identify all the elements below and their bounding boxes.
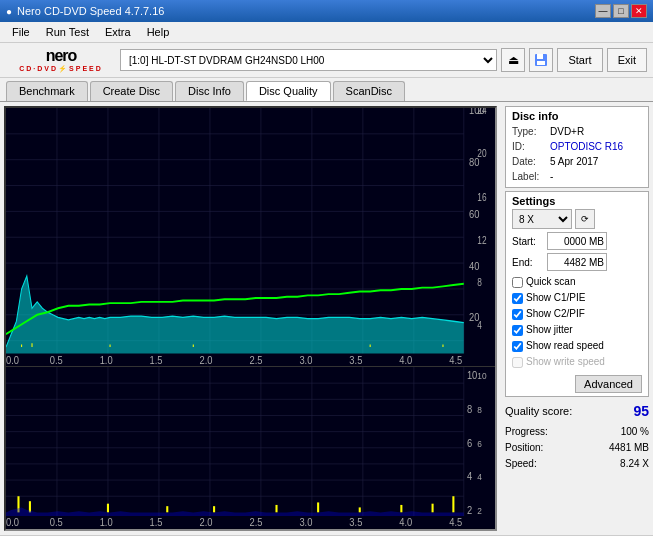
- end-mb-input[interactable]: [547, 253, 607, 271]
- nero-brand-text: nero: [46, 47, 77, 65]
- svg-text:1.5: 1.5: [150, 353, 163, 366]
- refresh-icon-button[interactable]: ⟳: [575, 209, 595, 229]
- progress-section: Progress: 100 % Position: 4481 MB Speed:…: [505, 424, 649, 472]
- svg-text:10: 10: [467, 370, 478, 382]
- bottom-chart-svg: 10 8 6 4 2 10 8 6 4 2 0.0 0.5 1.0 1.5 2.…: [6, 367, 495, 529]
- tab-scan-disc[interactable]: ScanDisc: [333, 81, 405, 101]
- eject-button[interactable]: ⏏: [501, 48, 525, 72]
- disc-type-row: Type: DVD+R: [512, 124, 642, 139]
- start-mb-input[interactable]: 0000 MB: [547, 232, 607, 250]
- svg-text:8: 8: [467, 404, 472, 416]
- show-c1-pie-label: Show C1/PIE: [526, 290, 585, 306]
- disc-date-row: Date: 5 Apr 2017: [512, 154, 642, 169]
- svg-text:2.5: 2.5: [249, 353, 262, 366]
- svg-text:6: 6: [467, 437, 472, 449]
- svg-text:0.0: 0.0: [6, 517, 19, 529]
- window-title: Nero CD-DVD Speed 4.7.7.16: [17, 5, 164, 17]
- show-write-speed-checkbox: [512, 357, 523, 368]
- close-button[interactable]: ✕: [631, 4, 647, 18]
- show-read-speed-label: Show read speed: [526, 338, 604, 354]
- svg-text:3.0: 3.0: [299, 517, 312, 529]
- speed-row: 8 X 4 X 2 X MAX ⟳: [512, 209, 642, 229]
- svg-text:40: 40: [469, 259, 480, 272]
- svg-text:24: 24: [477, 108, 486, 117]
- svg-text:0.5: 0.5: [50, 517, 63, 529]
- svg-text:2.5: 2.5: [249, 517, 262, 529]
- quick-scan-checkbox-row: Quick scan: [512, 274, 642, 290]
- svg-text:2.0: 2.0: [200, 353, 213, 366]
- progress-row: Progress: 100 %: [505, 424, 649, 440]
- nero-sub-text: CD·DVD⚡SPEED: [19, 65, 103, 73]
- show-jitter-label: Show jitter: [526, 322, 573, 338]
- settings-section: Settings 8 X 4 X 2 X MAX ⟳ Start: 0000 M…: [505, 191, 649, 397]
- svg-text:6: 6: [477, 438, 482, 449]
- speed-row-prog: Speed: 8.24 X: [505, 456, 649, 472]
- svg-text:2: 2: [467, 504, 472, 516]
- svg-rect-1: [537, 54, 543, 59]
- advanced-button[interactable]: Advanced: [575, 375, 642, 393]
- show-read-speed-checkbox[interactable]: [512, 341, 523, 352]
- position-value: 4481 MB: [609, 440, 649, 456]
- disc-label-row: Label: -: [512, 169, 642, 184]
- maximize-button[interactable]: □: [613, 4, 629, 18]
- menu-help[interactable]: Help: [139, 24, 178, 40]
- exit-button[interactable]: Exit: [607, 48, 647, 72]
- title-bar-left: ● Nero CD-DVD Speed 4.7.7.16: [6, 5, 164, 17]
- svg-text:0.5: 0.5: [50, 353, 63, 366]
- svg-text:4.5: 4.5: [449, 517, 462, 529]
- speed-value: 8.24 X: [620, 456, 649, 472]
- save-button[interactable]: [529, 48, 553, 72]
- toolbar: nero CD·DVD⚡SPEED [1:0] HL-DT-ST DVDRAM …: [0, 43, 653, 78]
- svg-text:1.5: 1.5: [150, 517, 163, 529]
- svg-text:4: 4: [467, 471, 472, 483]
- tabs-bar: Benchmark Create Disc Disc Info Disc Qua…: [0, 78, 653, 102]
- svg-text:3.5: 3.5: [349, 517, 362, 529]
- position-label: Position:: [505, 440, 543, 456]
- main-area: 100 80 60 40 20 24 20 16 12 8 4 0.0 0.5 …: [0, 102, 653, 535]
- menu-extra[interactable]: Extra: [97, 24, 139, 40]
- svg-text:1.0: 1.0: [100, 517, 113, 529]
- show-c2-pif-label: Show C2/PIF: [526, 306, 585, 322]
- svg-text:12: 12: [477, 235, 486, 246]
- show-jitter-checkbox[interactable]: [512, 325, 523, 336]
- svg-text:2.0: 2.0: [200, 517, 213, 529]
- disc-info-section: Disc info Type: DVD+R ID: OPTODISC R16 D…: [505, 106, 649, 188]
- show-c1-pie-checkbox[interactable]: [512, 293, 523, 304]
- quick-scan-checkbox[interactable]: [512, 277, 523, 288]
- svg-text:8: 8: [477, 405, 482, 416]
- svg-text:4.5: 4.5: [449, 353, 462, 366]
- show-jitter-checkbox-row: Show jitter: [512, 322, 642, 338]
- title-bar-controls: — □ ✕: [595, 4, 647, 18]
- svg-text:2: 2: [477, 505, 482, 516]
- svg-text:0.0: 0.0: [6, 353, 19, 366]
- svg-text:3.5: 3.5: [349, 353, 362, 366]
- chart-area: 100 80 60 40 20 24 20 16 12 8 4 0.0 0.5 …: [4, 106, 497, 531]
- start-button[interactable]: Start: [557, 48, 602, 72]
- tab-disc-quality[interactable]: Disc Quality: [246, 81, 331, 101]
- nero-logo: nero CD·DVD⚡SPEED: [6, 46, 116, 74]
- disc-label-value: -: [550, 169, 553, 184]
- menu-run-test[interactable]: Run Test: [38, 24, 97, 40]
- progress-value: 100 %: [621, 424, 649, 440]
- disc-id-value: OPTODISC R16: [550, 139, 623, 154]
- svg-text:4: 4: [477, 320, 482, 331]
- show-c2-pif-checkbox-row: Show C2/PIF: [512, 306, 642, 322]
- svg-text:10: 10: [477, 371, 486, 382]
- speed-select[interactable]: 8 X 4 X 2 X MAX: [512, 209, 572, 229]
- disc-info-header: Disc info: [512, 110, 642, 122]
- svg-rect-2: [537, 61, 545, 65]
- settings-header: Settings: [512, 195, 642, 207]
- quick-scan-label: Quick scan: [526, 274, 575, 290]
- tab-benchmark[interactable]: Benchmark: [6, 81, 88, 101]
- drive-select[interactable]: [1:0] HL-DT-ST DVDRAM GH24NSD0 LH00: [120, 49, 497, 71]
- right-panel: Disc info Type: DVD+R ID: OPTODISC R16 D…: [501, 102, 653, 535]
- menu-file[interactable]: File: [4, 24, 38, 40]
- svg-text:16: 16: [477, 192, 486, 203]
- svg-text:1.0: 1.0: [100, 353, 113, 366]
- tab-create-disc[interactable]: Create Disc: [90, 81, 173, 101]
- show-c2-pif-checkbox[interactable]: [512, 309, 523, 320]
- position-row: Position: 4481 MB: [505, 440, 649, 456]
- start-mb-row: Start: 0000 MB: [512, 232, 642, 250]
- tab-disc-info[interactable]: Disc Info: [175, 81, 244, 101]
- minimize-button[interactable]: —: [595, 4, 611, 18]
